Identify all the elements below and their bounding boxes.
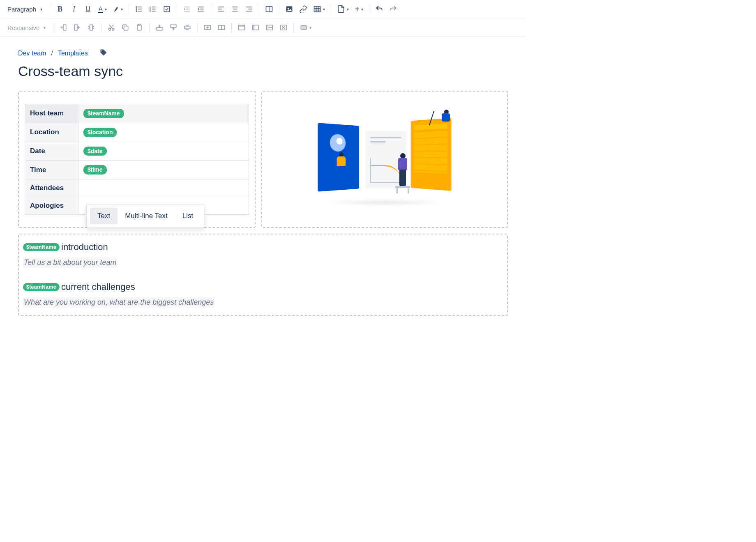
breadcrumb-space[interactable]: Dev team [18, 50, 46, 57]
numbered-list-button[interactable]: 123 [146, 2, 159, 16]
redo-button[interactable] [387, 2, 400, 16]
section-heading-intro[interactable]: $teamNameintroduction [23, 242, 503, 253]
text-color-button[interactable]: A▾ [95, 2, 109, 16]
numbering-col-button[interactable] [263, 21, 276, 34]
page-title[interactable]: Cross-team sync [18, 63, 508, 79]
cut-row-button[interactable] [105, 21, 118, 34]
svg-rect-25 [247, 7, 252, 7]
variable-pill[interactable]: $teamName [83, 109, 124, 118]
bullet-list-button[interactable] [132, 2, 145, 16]
svg-rect-16 [198, 7, 204, 7]
cell-fill-icon [300, 23, 308, 32]
template-button[interactable]: ▾ [334, 2, 351, 16]
italic-button[interactable]: I [67, 2, 81, 16]
chevron-down-icon: ▾ [105, 7, 107, 11]
heading-row-button[interactable] [235, 21, 248, 34]
svg-rect-32 [314, 6, 320, 11]
merge-cells-button[interactable] [201, 21, 214, 34]
meta-value[interactable]: $teamName [78, 104, 249, 123]
paragraph-style-dropdown[interactable]: Paragraph ▾ [3, 2, 46, 16]
svg-rect-56 [267, 25, 269, 30]
svg-rect-37 [63, 25, 66, 30]
highlight-icon [113, 6, 119, 12]
svg-rect-15 [184, 11, 190, 11]
separator [101, 23, 101, 32]
toolbar-primary: Paragraph ▾ B I U A▾ ▾ 123 ▾ ▾ +▾ [0, 0, 526, 18]
delete-table-button[interactable] [277, 21, 290, 34]
meta-label: Time [25, 161, 78, 179]
variable-pill[interactable]: $teamName [23, 243, 60, 251]
layout-cell-right[interactable] [261, 91, 508, 228]
bold-button[interactable]: B [53, 2, 67, 16]
svg-rect-24 [233, 11, 238, 11]
var-type-text-button[interactable]: Text [90, 208, 118, 224]
highlight-button[interactable]: ▾ [110, 2, 125, 16]
paste-row-button[interactable] [133, 21, 146, 34]
variable-pill[interactable]: $teamName [23, 283, 60, 291]
chevron-down-icon: ▾ [121, 7, 123, 11]
tag-icon[interactable] [99, 48, 108, 58]
col-delete-button[interactable] [85, 21, 98, 34]
col-insert-left-button[interactable] [57, 21, 70, 34]
placeholder-intro[interactable]: Tell us a bit about your team [23, 257, 117, 268]
copy-row-button[interactable] [119, 21, 132, 34]
meta-table[interactable]: Host team $teamName Location $location D… [25, 104, 249, 215]
align-center-icon [231, 5, 239, 13]
align-right-button[interactable] [242, 2, 256, 16]
link-button[interactable] [297, 2, 310, 16]
breadcrumb-parent[interactable]: Templates [58, 50, 88, 57]
var-type-multiline-button[interactable]: Multi-line Text [118, 208, 175, 224]
svg-point-61 [101, 51, 102, 52]
layout-cell-full[interactable]: $teamNameintroduction Tell us a bit abou… [18, 234, 508, 316]
responsive-dropdown[interactable]: Responsive ▾ [3, 21, 50, 34]
underline-button[interactable]: U [81, 2, 94, 16]
cell-fill-button[interactable]: ▾ [297, 21, 314, 34]
split-icon [217, 23, 226, 32]
table-delete-icon [279, 23, 288, 32]
outdent-button[interactable] [180, 2, 194, 16]
svg-point-0 [136, 6, 137, 7]
meta-value[interactable]: $time [78, 161, 249, 179]
svg-rect-52 [239, 25, 245, 27]
meta-value[interactable] [78, 179, 249, 197]
separator [50, 4, 50, 14]
row-below-icon [169, 23, 177, 32]
table-button[interactable]: ▾ [311, 2, 327, 16]
meta-value[interactable]: $date [78, 142, 249, 161]
svg-rect-21 [219, 11, 224, 11]
split-cells-button[interactable] [215, 21, 228, 34]
heading-col-icon [251, 23, 260, 32]
paragraph-label: Paragraph [7, 6, 36, 13]
placeholder-challenges[interactable]: What are you working on, what are the bi… [23, 297, 214, 308]
indent-button[interactable] [194, 2, 207, 16]
heading-col-button[interactable] [249, 21, 262, 34]
image-button[interactable] [283, 2, 296, 16]
checklist-button[interactable] [160, 2, 173, 16]
layout-button[interactable] [263, 2, 276, 16]
var-type-list-button[interactable]: List [175, 208, 201, 224]
align-left-icon [217, 5, 225, 13]
col-insert-right-button[interactable] [71, 21, 84, 34]
meta-value[interactable]: $location [78, 123, 249, 142]
svg-rect-38 [75, 25, 78, 30]
section-heading-challenges[interactable]: $teamNamecurrent challenges [23, 282, 503, 292]
row-delete-button[interactable] [181, 21, 194, 34]
row-insert-below-button[interactable] [167, 21, 180, 34]
col-right-icon [73, 23, 81, 32]
align-center-button[interactable] [228, 2, 242, 16]
variable-pill[interactable]: $location [83, 128, 117, 137]
insert-button[interactable]: +▾ [352, 2, 366, 16]
row-above-icon [155, 23, 164, 32]
chevron-down-icon: ▾ [44, 25, 46, 30]
align-left-button[interactable] [214, 2, 228, 16]
variable-pill[interactable]: $date [83, 147, 107, 156]
variable-pill[interactable]: $time [83, 165, 107, 175]
breadcrumb: Dev team / Templates [18, 48, 508, 58]
bullet-list-icon [135, 5, 143, 13]
svg-rect-12 [164, 6, 170, 11]
undo-button[interactable] [373, 2, 386, 16]
paste-icon [135, 23, 143, 32]
row-insert-above-button[interactable] [153, 21, 166, 34]
image-icon [285, 5, 293, 13]
chevron-down-icon: ▾ [347, 7, 349, 11]
